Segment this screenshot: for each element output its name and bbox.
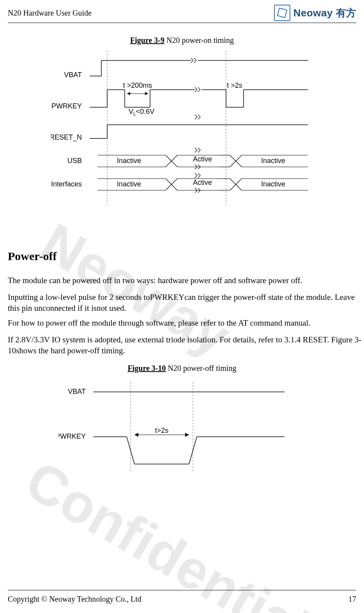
footer-rule bbox=[8, 590, 356, 590]
allif-inactive-2: Inactive bbox=[261, 180, 285, 188]
label2-pwrkey: PWRKEY bbox=[58, 432, 86, 440]
allif-inactive-1: Inactive bbox=[117, 180, 141, 188]
page-footer: Copyright © Neoway Technology Co., Ltd 1… bbox=[8, 595, 356, 604]
figure-3-10-diagram: VBAT PWRKEY t>2s bbox=[58, 378, 300, 480]
footer-page-number: 17 bbox=[348, 595, 356, 604]
figure-3-9-caption: Figure 3-9 N20 power-on timing bbox=[0, 36, 364, 45]
usb-inactive-1: Inactive bbox=[117, 157, 141, 165]
label-pwrkey: PWRKEY bbox=[51, 102, 82, 110]
logo-cn: 有方 bbox=[336, 6, 356, 20]
svg-marker-54 bbox=[134, 433, 138, 437]
figure-3-9-diagram: VBAT PWRKEY bbox=[51, 51, 323, 214]
label-vbat: VBAT bbox=[64, 71, 82, 79]
label-usb: USB bbox=[67, 157, 82, 165]
label-t200: t >200ms bbox=[123, 81, 152, 89]
label-allif: All Interfaces bbox=[51, 180, 82, 188]
svg-line-49 bbox=[127, 437, 134, 464]
logo-mark-icon bbox=[274, 5, 290, 21]
label2-vbat: VBAT bbox=[68, 388, 86, 395]
svg-marker-17 bbox=[145, 92, 148, 95]
brand-logo: Neoway 有方 bbox=[274, 5, 356, 21]
figure-3-10-caption: Figure 3-10 N20 power-off timing bbox=[0, 364, 364, 373]
figure-3-9-number: Figure 3-9 bbox=[130, 36, 164, 44]
para-1: The module can be powered off in two way… bbox=[8, 275, 364, 286]
figure-3-10-title: N20 power-off timing bbox=[166, 364, 237, 372]
page: Neoway Confidential N20 Hardware User Gu… bbox=[0, 0, 364, 613]
footer-copyright: Copyright © Neoway Technology Co., Ltd bbox=[8, 595, 141, 603]
page-header: N20 Hardware User Guide Neoway 有方 bbox=[8, 7, 356, 23]
allif-active: Active bbox=[193, 179, 212, 186]
logo-word: Neoway bbox=[293, 7, 333, 19]
figure-3-9-title: N20 power-on timing bbox=[164, 36, 234, 44]
label-t2s: t >2s bbox=[227, 81, 242, 89]
svg-line-51 bbox=[189, 437, 197, 464]
para-4: If 2.8V/3.3V IO system is adopted, use e… bbox=[8, 334, 364, 356]
usb-inactive-2: Inactive bbox=[261, 157, 285, 165]
svg-marker-55 bbox=[185, 433, 189, 437]
label-reset: RESET_N bbox=[51, 133, 82, 142]
svg-marker-16 bbox=[127, 92, 130, 95]
label2-t2s: t>2s bbox=[155, 427, 169, 434]
heading-power-off: Power-off bbox=[8, 250, 57, 263]
para-3: For how to power off the module through … bbox=[8, 317, 364, 328]
doc-title: N20 Hardware User Guide bbox=[8, 9, 92, 18]
para-2: Inputting a low-level pulse for 2 second… bbox=[8, 292, 364, 314]
usb-active: Active bbox=[193, 155, 212, 163]
label-vl: VL<0.6V bbox=[129, 108, 154, 117]
figure-3-10-number: Figure 3-10 bbox=[128, 364, 166, 372]
header-rule bbox=[8, 23, 356, 23]
